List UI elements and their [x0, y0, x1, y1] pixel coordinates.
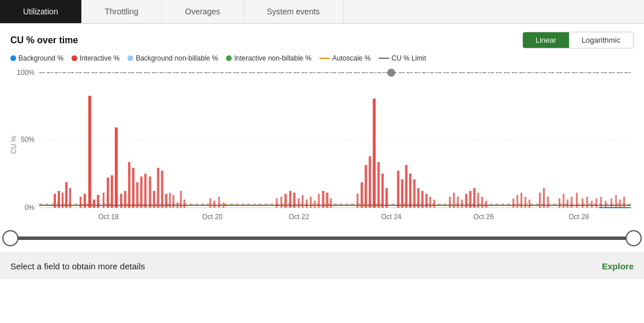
- scale-log-button[interactable]: Logarithmic: [569, 32, 633, 48]
- chart-header: CU % over time Linear Logarithmic: [10, 32, 634, 48]
- svg-rect-29: [111, 175, 113, 208]
- svg-text:100%: 100%: [17, 69, 35, 77]
- svg-rect-80: [421, 191, 424, 208]
- svg-rect-104: [567, 200, 568, 208]
- bottom-bar: Select a field to obtain more details Ex…: [0, 253, 644, 279]
- legend-int-nonbillable-dot: [226, 55, 232, 61]
- svg-rect-67: [361, 182, 363, 208]
- svg-rect-52: [276, 198, 277, 208]
- tab-throttling[interactable]: Throttling: [82, 0, 162, 23]
- legend-cu-limit-line: [379, 58, 389, 59]
- svg-text:Oct 28: Oct 28: [568, 213, 589, 221]
- svg-rect-112: [605, 201, 607, 208]
- svg-rect-91: [477, 193, 479, 208]
- svg-rect-66: [357, 194, 359, 208]
- svg-rect-84: [449, 197, 451, 208]
- svg-rect-37: [144, 174, 146, 208]
- svg-text:Oct 20: Oct 20: [202, 213, 223, 221]
- svg-rect-105: [571, 197, 573, 208]
- svg-rect-24: [88, 96, 91, 208]
- svg-rect-18: [58, 191, 60, 208]
- svg-rect-44: [172, 195, 174, 208]
- svg-text:Oct 22: Oct 22: [289, 213, 310, 221]
- svg-rect-46: [180, 191, 182, 208]
- svg-rect-49: [213, 201, 215, 208]
- chart-legend: Background % Interactive % Background no…: [10, 54, 634, 62]
- svg-rect-35: [136, 182, 138, 208]
- svg-text:CU %: CU %: [10, 136, 18, 154]
- svg-rect-116: [623, 197, 625, 208]
- svg-rect-92: [481, 197, 483, 208]
- slider-track[interactable]: [10, 236, 634, 240]
- tab-overages[interactable]: Overages: [162, 0, 244, 23]
- svg-rect-73: [386, 188, 388, 208]
- svg-rect-76: [405, 165, 408, 208]
- svg-rect-107: [582, 198, 583, 208]
- svg-text:Oct 26: Oct 26: [473, 213, 494, 221]
- svg-text:0%: 0%: [25, 204, 35, 212]
- legend-interactive-dot: [71, 55, 77, 61]
- svg-rect-79: [417, 188, 420, 208]
- svg-rect-88: [465, 194, 468, 208]
- svg-rect-97: [525, 197, 526, 208]
- legend-bg-nonbillable-label: Background non-billable %: [135, 54, 218, 62]
- legend-autoscale-label: Autoscale %: [332, 54, 371, 62]
- svg-rect-110: [596, 198, 597, 208]
- svg-rect-63: [322, 191, 325, 208]
- svg-rect-115: [619, 200, 621, 208]
- legend-int-nonbillable-label: Interactive non-billable %: [234, 54, 311, 62]
- svg-rect-69: [369, 156, 371, 208]
- svg-rect-90: [473, 188, 476, 208]
- svg-rect-60: [310, 197, 311, 208]
- svg-rect-103: [563, 194, 564, 208]
- legend-background-dot: [10, 55, 16, 61]
- tab-utilization[interactable]: Utilization: [0, 0, 82, 23]
- svg-rect-70: [373, 99, 376, 208]
- svg-text:50%: 50%: [21, 136, 35, 144]
- tab-system-events[interactable]: System events: [244, 0, 344, 23]
- svg-rect-86: [457, 197, 459, 208]
- svg-rect-93: [485, 201, 487, 208]
- svg-rect-77: [409, 174, 412, 208]
- svg-rect-109: [591, 201, 593, 208]
- chart-area: 100% 50% 0% CU % Oct 18 Oct 20 Oct 22 Oc…: [10, 67, 634, 223]
- svg-rect-47: [183, 200, 185, 208]
- svg-rect-62: [318, 194, 319, 208]
- svg-rect-89: [469, 191, 472, 208]
- svg-rect-48: [209, 198, 211, 208]
- scale-linear-button[interactable]: Linear: [523, 32, 569, 48]
- legend-autoscale: Autoscale %: [319, 54, 371, 62]
- svg-text:Oct 18: Oct 18: [98, 213, 119, 221]
- svg-rect-33: [128, 162, 130, 208]
- slider-thumb-right[interactable]: [626, 230, 642, 246]
- svg-rect-53: [280, 197, 282, 208]
- svg-rect-55: [289, 191, 291, 208]
- svg-rect-40: [157, 168, 159, 208]
- slider-thumb-left[interactable]: [2, 230, 18, 246]
- legend-background-label: Background %: [18, 54, 63, 62]
- range-slider-container: [0, 223, 644, 253]
- svg-rect-102: [559, 198, 560, 208]
- svg-rect-101: [547, 197, 549, 208]
- svg-rect-32: [124, 191, 126, 208]
- svg-rect-113: [611, 198, 612, 208]
- svg-rect-99: [539, 193, 541, 208]
- chart-title: CU % over time: [10, 35, 78, 46]
- legend-bg-nonbillable: Background non-billable %: [127, 54, 218, 62]
- explore-button[interactable]: Explore: [602, 261, 634, 271]
- svg-rect-31: [120, 194, 122, 208]
- legend-int-nonbillable: Interactive non-billable %: [226, 54, 311, 62]
- svg-rect-78: [413, 179, 416, 208]
- legend-autoscale-line: [319, 58, 330, 59]
- svg-rect-25: [93, 200, 95, 208]
- svg-rect-61: [314, 201, 315, 208]
- svg-rect-68: [365, 165, 367, 208]
- svg-rect-28: [107, 178, 109, 208]
- svg-text:Oct 24: Oct 24: [381, 213, 402, 221]
- svg-rect-83: [434, 200, 435, 208]
- slider-fill: [10, 236, 634, 240]
- svg-rect-36: [140, 176, 142, 208]
- legend-cu-limit: CU % Limit: [379, 54, 426, 62]
- svg-rect-54: [284, 194, 287, 208]
- svg-rect-59: [306, 200, 307, 208]
